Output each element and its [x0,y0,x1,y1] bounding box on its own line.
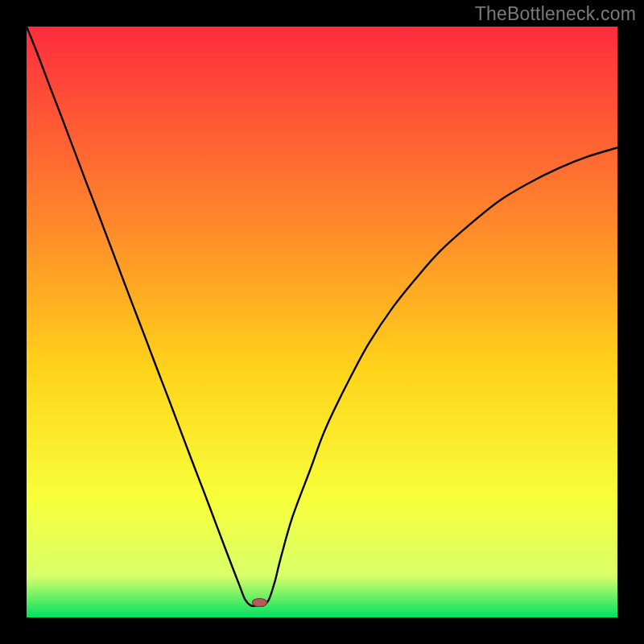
outer-frame: TheBottleneck.com [0,0,644,644]
plot-area [27,27,617,617]
watermark-text: TheBottleneck.com [475,3,636,25]
bottleneck-curve [27,27,617,606]
curve-layer [27,27,617,617]
